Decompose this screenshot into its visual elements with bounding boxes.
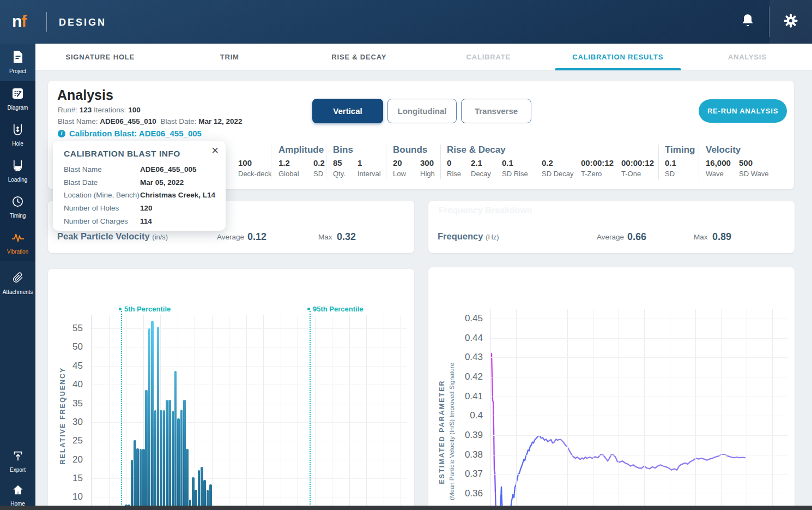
sidebar-item-label: Attachments	[3, 289, 33, 295]
param-section-header: Bins	[333, 145, 353, 155]
gridline	[315, 315, 316, 510]
button-label: Longitudinal	[398, 106, 447, 116]
app-name: DESIGN	[59, 17, 106, 28]
tab-signature-hole[interactable]: SIGNATURE HOLE	[35, 44, 165, 70]
histogram-bar	[183, 400, 186, 510]
gridline	[92, 328, 407, 329]
param-label: SD Wave	[739, 170, 768, 178]
gridline	[490, 474, 788, 475]
param-section-header: Timing	[665, 145, 695, 155]
param-label: Low	[393, 170, 406, 178]
popup-row-value: Mar 05, 2022	[140, 178, 184, 187]
sidebar-item-project[interactable]: Project	[0, 44, 35, 81]
tab-rise-decay[interactable]: RISE & DECAY	[294, 44, 424, 70]
popup-row-value: 120	[140, 204, 153, 212]
gridline	[401, 315, 401, 510]
y-tick-label: 0.38	[433, 449, 483, 460]
sidebar-item-label: Project	[9, 68, 26, 74]
param-label: Deck-deck	[238, 170, 271, 178]
gridline	[670, 309, 670, 510]
param-divider	[271, 145, 271, 179]
calibration-blast-info-popup: CALIBRATION BLAST INFO×Blast NameADE06_4…	[53, 141, 226, 231]
calibration-blast-link[interactable]: i Calibration Blast: ADE06_455_005	[58, 129, 202, 138]
y-tick-label: 55	[48, 323, 83, 334]
param-divider	[326, 145, 326, 179]
tab-calibrate[interactable]: CALIBRATE	[424, 44, 554, 70]
y-tick-label: 25	[48, 435, 83, 446]
gridline	[490, 338, 788, 339]
average-value: 0.12	[247, 231, 266, 243]
param-section-header: Amplitude	[278, 145, 324, 155]
rerun-analysis-button[interactable]: RE-RUN ANALYSIS	[699, 99, 787, 123]
histogram-bar	[131, 460, 134, 510]
close-icon[interactable]: ×	[211, 145, 219, 157]
sidebar-item-loading[interactable]: Loading	[0, 153, 35, 189]
param-label: SD Rise	[502, 170, 528, 178]
histogram-bar	[201, 467, 203, 510]
tab-bar: SIGNATURE HOLE TRIM RISE & DECAY CALIBRA…	[35, 44, 812, 71]
gridline	[229, 315, 229, 510]
histogram-bar	[163, 410, 166, 510]
percentile-dot	[119, 308, 122, 310]
tab-label: TRIM	[220, 53, 239, 61]
histogram-bar	[134, 440, 136, 510]
sidebar-item-vibration[interactable]: Vibration	[0, 225, 35, 261]
histogram-bar	[154, 410, 157, 510]
param-divider	[658, 145, 659, 179]
param-value: 1.2	[278, 158, 290, 167]
sidebar-item-diagram[interactable]: Diagram	[0, 81, 35, 117]
gridline	[126, 315, 126, 510]
param-label: SD Decay	[542, 170, 574, 178]
y-tick-label: 0.4	[433, 410, 483, 421]
y-tick-label: 0.45	[433, 313, 483, 324]
average-value: 0.66	[627, 231, 646, 243]
tab-label: SIGNATURE HOLE	[65, 53, 135, 61]
gridline	[366, 315, 367, 510]
average-label: Average	[597, 233, 624, 241]
tab-analysis[interactable]: ANALYSIS	[683, 44, 812, 70]
param-label: Wave	[706, 170, 724, 178]
histogram-bar	[145, 390, 148, 510]
button-label: RE-RUN ANALYSIS	[707, 107, 778, 115]
transverse-button[interactable]: Transverse	[461, 99, 531, 123]
gridline	[490, 455, 788, 455]
y-tick-label: 0.42	[433, 371, 483, 382]
settings-button[interactable]	[769, 0, 812, 44]
longitudinal-button[interactable]: Longitudinal	[387, 99, 457, 123]
param-value: 0.2	[542, 158, 553, 167]
sidebar-item-export[interactable]: Export	[0, 445, 35, 478]
param-divider	[699, 145, 699, 179]
bell-icon	[741, 13, 755, 31]
sidebar-item-hole[interactable]: Hole	[0, 117, 35, 153]
vertical-button[interactable]: Vertical	[312, 99, 383, 123]
gridline	[92, 422, 407, 423]
sidebar-item-timing[interactable]: Timing	[0, 189, 35, 225]
histogram-bar	[160, 410, 162, 510]
param-label: Global	[278, 170, 299, 178]
gridline	[619, 309, 619, 510]
param-label: High	[420, 170, 435, 178]
active-tab-underline	[555, 68, 681, 70]
param-value: 1	[357, 158, 362, 167]
histogram-bar	[157, 327, 160, 510]
gridline	[695, 309, 696, 510]
gridline	[298, 315, 298, 510]
gridline	[644, 309, 645, 510]
param-value: 00:00:12	[581, 158, 614, 167]
notifications-button[interactable]	[726, 0, 769, 44]
sidebar-item-attachments[interactable]: Attachments	[0, 261, 35, 305]
histogram-bar	[136, 448, 139, 510]
percentile-5-label: 5th Percentile	[119, 305, 171, 313]
gridline	[593, 309, 593, 510]
y-tick-label: 30	[48, 417, 83, 428]
param-label: T-Zero	[581, 170, 602, 178]
y-tick-label: 20	[48, 454, 83, 465]
app-logo: nf	[12, 12, 27, 31]
y-tick-label: 10	[48, 491, 83, 502]
tab-trim[interactable]: TRIM	[165, 44, 295, 70]
top-bar: nf DESIGN	[0, 0, 812, 44]
percentile-95-label: 95th Percentile	[307, 305, 363, 313]
histogram-bar	[166, 400, 168, 510]
gridline	[490, 319, 788, 319]
tab-calibration-results[interactable]: CALIBRATION RESULTS	[553, 44, 683, 70]
